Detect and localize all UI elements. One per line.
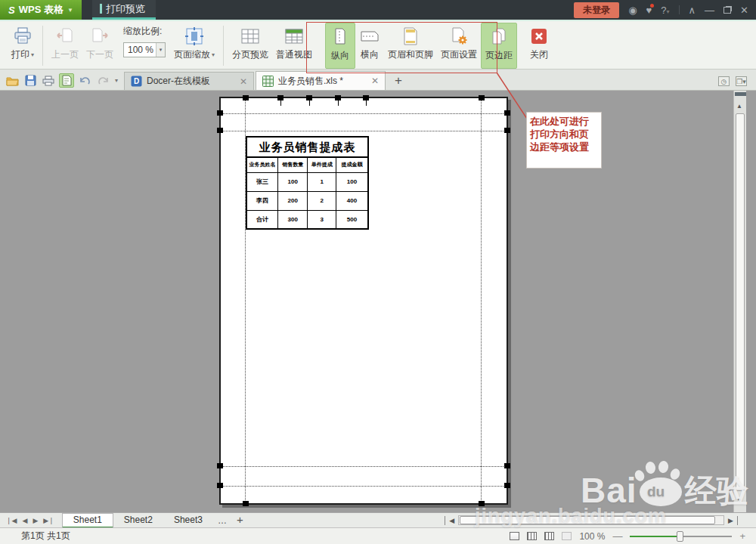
- page-layout-mini-icon[interactable]: [544, 532, 554, 540]
- page-zoom-icon: [184, 26, 205, 46]
- redo-icon[interactable]: [95, 73, 110, 88]
- close-tab-icon[interactable]: ✕: [365, 76, 379, 86]
- footer-margin-line[interactable]: [221, 486, 507, 487]
- portrait-button[interactable]: 纵向: [325, 23, 355, 69]
- close-preview-button[interactable]: 关闭: [525, 23, 553, 69]
- top-margin-line[interactable]: [221, 131, 507, 131]
- margin-handle[interactable]: [479, 501, 485, 506]
- zoom-in-button[interactable]: +: [739, 530, 745, 542]
- sheet-tab-sheet3[interactable]: Sheet3: [163, 514, 213, 527]
- page-setup-button[interactable]: 页面设置: [437, 23, 481, 69]
- margins-button[interactable]: 页边距: [481, 23, 517, 69]
- table-cell: 3: [308, 210, 336, 229]
- margin-handle[interactable]: [217, 110, 223, 116]
- open-folder-icon[interactable]: [5, 73, 20, 88]
- column-handle[interactable]: [277, 95, 284, 100]
- pagebreak-view-mini-icon[interactable]: [527, 532, 537, 540]
- bottom-margin-line[interactable]: [221, 466, 507, 467]
- margin-handle[interactable]: [243, 501, 249, 506]
- margin-handle[interactable]: [217, 483, 223, 488]
- splitter-handle[interactable]: [445, 516, 445, 525]
- sheet-tab-sheet2[interactable]: Sheet2: [113, 514, 163, 527]
- normal-view-mini-icon[interactable]: [510, 532, 519, 540]
- fullscreen-mini-icon[interactable]: [562, 532, 572, 540]
- next-page-button[interactable]: 下一页: [82, 23, 117, 69]
- annotation-line: 在此处可进行: [530, 115, 600, 128]
- scroll-up-icon[interactable]: ▲: [736, 103, 742, 110]
- table-header-row: 业务员姓名 销售数量 单件提成 提成金额: [246, 157, 368, 172]
- doc-tab-docer[interactable]: D Docer-在线模板 ✕: [124, 72, 254, 90]
- new-tab-button[interactable]: +: [387, 73, 410, 90]
- column-handle-stem: [280, 100, 281, 106]
- column-handle[interactable]: [306, 95, 312, 100]
- pagebreak-preview-icon: [240, 26, 261, 46]
- first-sheet-button[interactable]: ❘◀: [6, 517, 17, 524]
- scrollbar-split-handle[interactable]: [735, 92, 746, 96]
- header-footer-button[interactable]: 页眉和页脚: [384, 23, 437, 69]
- quick-print-icon[interactable]: [41, 73, 56, 88]
- prev-sheet-button[interactable]: ◀: [22, 517, 27, 524]
- sheet-tab-sheet1[interactable]: Sheet1: [62, 513, 113, 528]
- splitter-handle[interactable]: [737, 516, 738, 525]
- column-handle[interactable]: [363, 95, 369, 100]
- pagebreak-preview-button[interactable]: 分页预览: [228, 23, 272, 69]
- feedback-heart-icon[interactable]: ♥: [646, 5, 652, 15]
- scroll-down-icon[interactable]: ▼: [736, 497, 742, 504]
- table-cell: 1: [308, 172, 336, 191]
- normal-view-button[interactable]: 普通视图: [272, 23, 316, 69]
- skin-icon[interactable]: ◉: [628, 5, 637, 15]
- page-zoom-button[interactable]: 页面缩放▾: [170, 23, 218, 69]
- print-button[interactable]: 打印▾: [8, 23, 38, 69]
- history-icon[interactable]: ◷: [718, 76, 730, 86]
- last-sheet-button[interactable]: ▶❘: [43, 517, 54, 524]
- collapse-ribbon-icon[interactable]: ∧: [689, 5, 696, 15]
- login-button[interactable]: 未登录: [574, 2, 619, 18]
- titlebar-controls: 未登录 ◉ ♥ ?▾ ∧ — ✕: [574, 0, 756, 20]
- header-margin-line[interactable]: [221, 113, 507, 114]
- doc-tab-sales[interactable]: 业务员销售.xls * ✕: [256, 71, 386, 90]
- chevron-down-icon[interactable]: ▾: [156, 43, 165, 57]
- next-sheet-button[interactable]: ▶: [33, 517, 38, 524]
- landscape-button[interactable]: 横向: [355, 23, 384, 69]
- margin-handle[interactable]: [217, 128, 223, 133]
- right-margin-line[interactable]: [481, 98, 482, 503]
- arrange-windows-icon[interactable]: ❐▾: [736, 76, 747, 86]
- horizontal-scroll-track[interactable]: [458, 515, 724, 525]
- margin-handle[interactable]: [243, 95, 249, 100]
- margin-handle[interactable]: [504, 128, 510, 133]
- horizontal-scroll-thumb[interactable]: [460, 516, 715, 524]
- margin-handle[interactable]: [504, 463, 510, 468]
- tab-print-preview[interactable]: 打印预览: [92, 0, 156, 20]
- column-handle-stem: [366, 100, 367, 106]
- close-tab-icon[interactable]: ✕: [234, 76, 247, 87]
- qat-dropdown-icon[interactable]: ▾: [113, 77, 119, 84]
- restore-button[interactable]: [723, 7, 731, 14]
- wps-menu-button[interactable]: S WPS 表格 ▼: [0, 0, 82, 20]
- zoom-ratio-select[interactable]: 100 % ▾: [123, 42, 166, 57]
- zoom-slider-thumb[interactable]: [677, 531, 683, 542]
- preview-sheet-content: 业务员销售提成表 业务员姓名 销售数量 单件提成 提成金额 张三 100 1 1…: [246, 136, 369, 230]
- margin-handle[interactable]: [479, 95, 485, 100]
- print-preview-toggle-icon[interactable]: [59, 73, 74, 88]
- column-handle[interactable]: [335, 95, 341, 100]
- margin-handle[interactable]: [504, 483, 510, 488]
- undo-icon[interactable]: [77, 73, 92, 88]
- vertical-scrollbar[interactable]: ▲ ▼: [733, 91, 746, 512]
- scroll-left-icon[interactable]: ◀: [449, 517, 454, 524]
- zoom-slider-fill: [630, 536, 680, 537]
- save-icon[interactable]: [23, 73, 38, 88]
- zoom-out-button[interactable]: —: [612, 530, 622, 542]
- margin-handle[interactable]: [504, 110, 510, 116]
- zoom-slider[interactable]: [630, 531, 732, 542]
- vertical-scroll-thumb[interactable]: [736, 113, 745, 491]
- scroll-right-icon[interactable]: ▶: [728, 517, 733, 524]
- help-icon[interactable]: ?▾: [661, 5, 669, 15]
- close-window-button[interactable]: ✕: [740, 5, 748, 15]
- table-cell: 500: [336, 210, 368, 229]
- prev-page-button[interactable]: 上一页: [48, 23, 82, 69]
- doc-tab-label: 业务员销售.xls *: [278, 75, 361, 88]
- add-sheet-button[interactable]: +: [232, 513, 248, 527]
- more-sheets-button[interactable]: …: [213, 515, 232, 526]
- minimize-button[interactable]: —: [705, 5, 714, 15]
- margin-handle[interactable]: [217, 463, 223, 468]
